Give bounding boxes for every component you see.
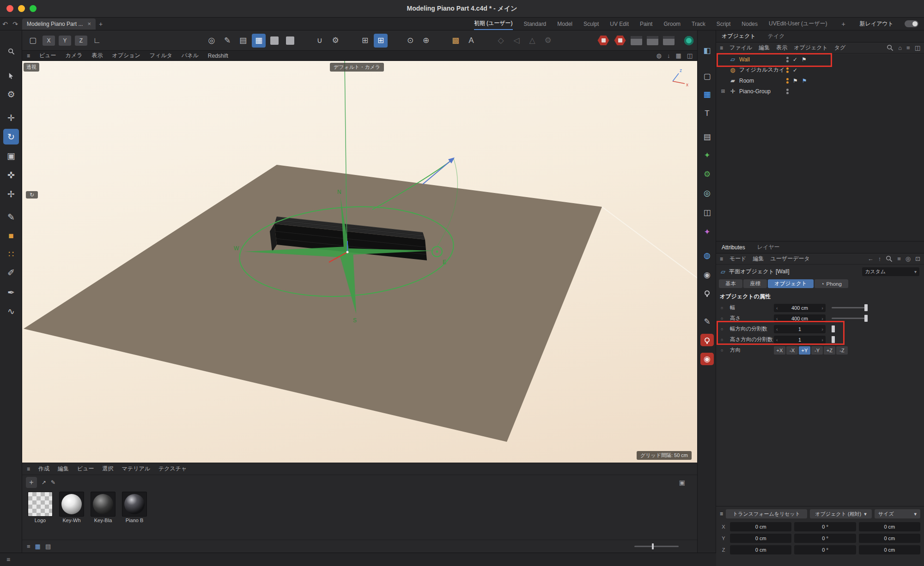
material-item[interactable]: Key-Wh (58, 492, 85, 523)
edit-material-icon[interactable]: ✎ (51, 479, 55, 486)
attr-menu-mode[interactable]: モード (729, 255, 747, 263)
om-menu-edit[interactable]: 編集 (759, 44, 770, 52)
reset-transform-button[interactable]: トランスフォームをリセット (726, 509, 807, 518)
slider-handle[interactable] (864, 315, 868, 322)
render-view-icon[interactable] (631, 36, 642, 45)
viewport-canvas[interactable]: N W S E (22, 61, 697, 463)
knife-tool-icon[interactable]: ✒ (3, 284, 19, 300)
material-menu-edit[interactable]: 編集 (58, 465, 69, 473)
viewport-menu-view[interactable]: ビュー (39, 52, 56, 60)
layout-tab-standard[interactable]: Standard (524, 19, 547, 29)
increment-icon[interactable]: › (821, 316, 823, 321)
light-bulb-icon[interactable] (700, 287, 714, 299)
blue-cube-icon[interactable]: ▦ (700, 88, 714, 101)
om-home-icon[interactable]: ⌂ (898, 44, 902, 51)
viewport-menu-display[interactable]: 表示 (91, 52, 103, 60)
globe-icon[interactable]: ◍ (700, 249, 714, 262)
tab-objects[interactable]: オブジェクト (722, 32, 756, 40)
height-value[interactable]: 400 cm (791, 316, 808, 321)
material-grid-view-icon[interactable]: ▦ (35, 543, 41, 550)
width-segments-slider[interactable] (832, 328, 868, 330)
tab-attributes[interactable]: Attributes (722, 244, 745, 251)
make-editable-icon[interactable]: ◎ (205, 34, 219, 48)
workplane-mode-icon[interactable]: ▩ (449, 34, 462, 48)
layout-tab-model[interactable]: Model (557, 19, 572, 29)
layout-tab-uvedit-user[interactable]: UVEdit-User (ユーザー) (769, 18, 827, 30)
visibility-dots-icon[interactable] (786, 57, 789, 62)
om-layout-icon[interactable]: ◫ (915, 44, 920, 51)
slider-handle[interactable] (832, 336, 835, 343)
texture-tag-icon[interactable]: ⚑ (793, 78, 798, 84)
viewport-menu-redshift[interactable]: Redshift (208, 53, 228, 59)
axis-modify-tool-icon[interactable]: ✜ (3, 167, 19, 183)
material-list-view-icon[interactable]: ≡ (27, 543, 30, 550)
material-item[interactable]: Piano B (121, 492, 148, 523)
slider-handle[interactable] (832, 325, 835, 332)
height-segments-slider[interactable] (832, 339, 868, 340)
om-menu-object[interactable]: オブジェクト (794, 44, 828, 52)
snap-tool-icon[interactable]: ✢ (3, 186, 19, 202)
tab-layers[interactable]: レイヤー (757, 243, 780, 251)
brush-tool-icon[interactable]: ✐ (3, 265, 19, 280)
material-detail-view-icon[interactable]: ▤ (45, 543, 51, 550)
object-name[interactable]: フィジカルスカイ (739, 66, 784, 74)
visibility-dots-icon[interactable] (786, 78, 789, 84)
edges-mode-icon[interactable]: ◁ (510, 34, 523, 48)
object-name[interactable]: Piano-Group (739, 88, 771, 95)
red-light-icon[interactable] (700, 334, 714, 346)
ground-plane[interactable] (24, 165, 602, 442)
material-hamburger-icon[interactable]: ≡ (27, 466, 30, 472)
camera-view-icon[interactable]: ◉ (700, 269, 714, 281)
zoom-tool-icon[interactable] (3, 43, 19, 59)
axis-x-lock-button[interactable]: X (43, 36, 55, 46)
material-menu-view[interactable]: ビュー (77, 465, 94, 473)
material-thumbnail-logo[interactable] (28, 492, 53, 517)
primitive-cube-icon[interactable]: ▤ (236, 34, 250, 48)
pen-tool-icon[interactable]: ✎ (3, 209, 19, 225)
viewport-hamburger-icon[interactable]: ≡ (27, 53, 30, 59)
enabled-check-icon[interactable]: ✓ (793, 56, 797, 63)
material-item[interactable]: Logo (27, 492, 54, 523)
add-document-tab-button[interactable]: + (96, 20, 106, 28)
rotate-tool-icon[interactable]: ↻ (3, 129, 19, 145)
layout-tab-nodes[interactable]: Nodes (742, 19, 758, 29)
rotation-x-field[interactable]: 0 ° (794, 522, 856, 531)
height-field[interactable]: ‹ 400 cm › (774, 314, 826, 323)
object-row-physical-sky[interactable]: ◍ フィジカルスカイ ✓ (716, 65, 924, 75)
height-segments-value[interactable]: 1 (798, 337, 801, 343)
spline-smooth-tool-icon[interactable]: ∿ (3, 303, 19, 319)
undo-icon[interactable]: ↶ (0, 20, 10, 28)
red-camera-icon[interactable]: ◉ (700, 353, 714, 365)
render-settings-icon[interactable] (597, 35, 609, 46)
auto-mode-icon[interactable]: A (464, 34, 478, 48)
material-thumbnail-keywhite[interactable] (59, 492, 84, 517)
layout-tab-track[interactable]: Track (692, 19, 705, 29)
enable-axis-icon[interactable]: ⊙ (403, 34, 417, 48)
object-row-piano-group[interactable]: ⊞ ✛ Piano-Group (716, 86, 924, 96)
material-thumbnail-keyblack[interactable] (91, 492, 116, 517)
attr-panel-icon[interactable]: ⊡ (915, 255, 920, 262)
live-selection-tool-icon[interactable] (3, 68, 19, 84)
points-mode-icon[interactable]: ◇ (494, 34, 508, 48)
center-axis-icon[interactable]: ⊕ (419, 34, 433, 48)
preset-dropdown[interactable]: カスタム ▾ (862, 267, 919, 276)
attr-back-icon[interactable]: ← (868, 255, 874, 262)
layout-tab-uvedit[interactable]: UV Edit (610, 19, 629, 29)
deformer-icon[interactable] (270, 36, 279, 45)
viewport-menu-filter[interactable]: フィルタ (150, 52, 172, 60)
workplane-grid-icon[interactable]: ⊞ (358, 34, 372, 48)
coord-hamburger-icon[interactable]: ≡ (720, 511, 723, 517)
orientation-minus-x[interactable]: -X (786, 346, 798, 355)
viewport-menu-camera[interactable]: カメラ (66, 52, 83, 60)
increment-icon[interactable]: › (821, 305, 823, 311)
width-field[interactable]: ‹ 400 cm › (774, 304, 826, 312)
points-tool-icon[interactable]: ∷ (3, 246, 19, 262)
modeling-settings-gear-icon[interactable]: ⚙ (328, 34, 342, 48)
add-layout-button[interactable]: + (839, 20, 849, 28)
layout-tab-paint[interactable]: Paint (640, 19, 652, 29)
attr-menu-userdata[interactable]: ユーザーデータ (771, 255, 810, 263)
om-search-icon[interactable] (887, 44, 894, 51)
attr-lock-icon[interactable]: ◎ (906, 255, 911, 262)
render-region-icon[interactable] (647, 36, 658, 45)
attr-menu-edit[interactable]: 編集 (753, 255, 764, 263)
